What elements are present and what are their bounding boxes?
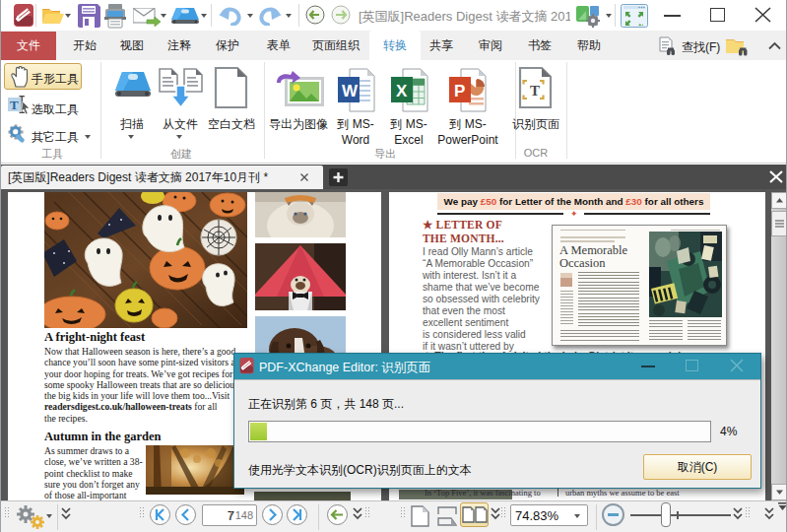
svg-text:T: T	[530, 83, 540, 99]
svg-text:W: W	[342, 82, 359, 100]
svg-text:P: P	[454, 82, 465, 100]
svg-text:T: T	[10, 98, 19, 112]
svg-text:X: X	[396, 82, 408, 100]
